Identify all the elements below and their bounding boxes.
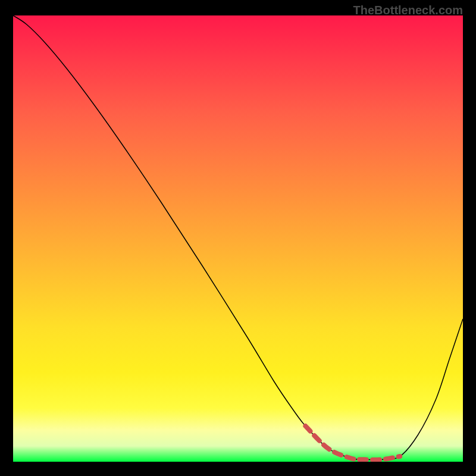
plot-area bbox=[13, 15, 463, 462]
highlight-layer bbox=[13, 15, 463, 462]
highlight-segment bbox=[305, 426, 400, 460]
curve-layer bbox=[13, 15, 463, 462]
chart-container: TheBottleneck.com bbox=[0, 0, 476, 476]
watermark-text: TheBottleneck.com bbox=[353, 4, 463, 17]
bottleneck-curve bbox=[13, 15, 463, 460]
